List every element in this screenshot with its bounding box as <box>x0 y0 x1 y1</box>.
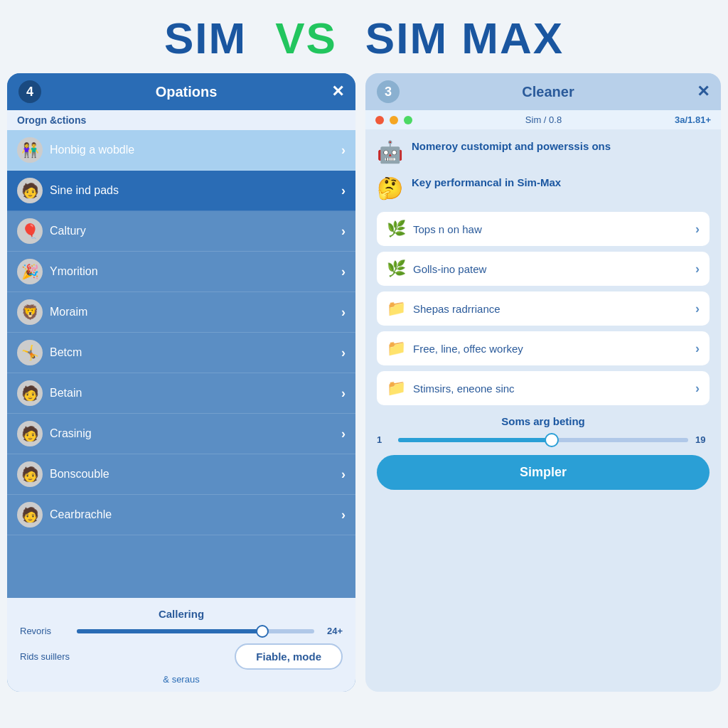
left-menu-item[interactable]: 🦁 Moraim › <box>7 292 355 333</box>
status-text: Sim / 0.8 <box>418 114 669 125</box>
menu-item-avatar: 🧑 <box>17 380 43 406</box>
menu-item-label: Caltury <box>50 225 334 237</box>
slider-thumb[interactable] <box>256 625 269 638</box>
feature1-text: Nomeroy customipt and powerssis ons <box>412 139 611 154</box>
simmax-label: SIM MAX <box>365 13 564 63</box>
left-panel-title: Opations <box>48 84 324 100</box>
menu-item-avatar: 🎈 <box>17 218 43 244</box>
slider-row: Revoris 24+ <box>20 626 343 636</box>
left-menu-item[interactable]: 🧑 Cearbrachle › <box>7 495 355 535</box>
right-menu-chevron: › <box>695 262 700 277</box>
menu-item-chevron: › <box>341 427 346 441</box>
right-slider-fill <box>398 438 557 442</box>
right-menu-item[interactable]: 🌿 Tops n on haw › <box>377 212 710 246</box>
right-menu-label: Stimsirs, eneone sinc <box>413 382 688 395</box>
right-menu-item[interactable]: 📁 Stimsirs, eneone sinc › <box>377 371 710 405</box>
menu-item-label: Sine ind pads <box>50 184 334 197</box>
left-menu-item[interactable]: 🧑 Bonscouble › <box>7 454 355 495</box>
menu-item-chevron: › <box>341 224 346 239</box>
right-status-bar: Sim / 0.8 3a/1.81+ <box>365 110 721 129</box>
menu-item-label: Betcm <box>50 346 334 359</box>
sim-label: SIM <box>164 13 247 63</box>
right-menu-chevron: › <box>695 222 700 237</box>
feature1-emoji: 🤖 <box>377 139 403 164</box>
right-menu-item[interactable]: 📁 Shepas radrriance › <box>377 291 710 326</box>
soms-label: Soms arg beting <box>377 415 710 427</box>
status-value: 3a/1.81+ <box>675 114 711 125</box>
menu-item-avatar: 🧑 <box>17 178 43 203</box>
slider-value: 24+ <box>321 626 343 636</box>
right-close-button[interactable]: ✕ <box>697 82 710 101</box>
menu-item-chevron: › <box>341 143 346 158</box>
menu-item-chevron: › <box>341 264 346 279</box>
menu-item-avatar: 🧑 <box>17 421 43 446</box>
menu-item-avatar: 👫 <box>17 137 43 163</box>
menu-item-label: Ymorition <box>50 265 334 278</box>
right-menu-icon: 🌿 <box>387 220 406 238</box>
menu-item-avatar: 🧑 <box>17 461 43 487</box>
menu-item-chevron: › <box>341 346 346 360</box>
right-panel-title: Cleaner <box>407 84 690 100</box>
menu-item-chevron: › <box>341 386 346 401</box>
right-menu-icon: 📁 <box>387 339 406 358</box>
bottom-controls-row: Rids suillers Fiable, mode <box>20 643 343 670</box>
menu-item-label: Bonscouble <box>50 468 334 481</box>
menu-item-label: Cearbrachle <box>50 508 334 521</box>
left-panel: 4 Opations ✕ Orogn &ctions 👫 Honbig a wo… <box>7 73 355 692</box>
fiable-button[interactable]: Fiable, mode <box>235 643 343 670</box>
left-titlebar: 4 Opations ✕ <box>7 73 355 110</box>
left-menu-item[interactable]: 🧑 Betain › <box>7 373 355 414</box>
menu-item-chevron: › <box>341 305 346 320</box>
right-slider-track[interactable] <box>398 438 688 442</box>
left-bottom: Callering Revoris 24+ Rids suillers Fiab… <box>7 598 355 692</box>
slider-label: Revoris <box>20 626 70 636</box>
seraus-link[interactable]: & seraus <box>20 674 343 685</box>
menu-item-label: Moraim <box>50 306 334 318</box>
menu-item-avatar: 🤸 <box>17 340 43 365</box>
panels: 4 Opations ✕ Orogn &ctions 👫 Honbig a wo… <box>0 73 728 692</box>
left-menu-item[interactable]: 🎈 Caltury › <box>7 211 355 252</box>
right-menu-item[interactable]: 📁 Free, line, offec workey › <box>377 331 710 365</box>
menu-item-label: Betain <box>50 387 334 400</box>
feature-block-1: 🤖 Nomeroy customipt and powerssis ons <box>377 139 710 164</box>
feature2-text: Key performancal in Sim-Max <box>412 176 561 190</box>
right-menu-list: 🌿 Tops n on haw › 🌿 Golls-ino patew › 📁 … <box>377 212 710 405</box>
menu-item-avatar: 🧑 <box>17 502 43 528</box>
right-menu-icon: 📁 <box>387 379 406 397</box>
menu-item-label: Honbig a wobdle <box>50 144 334 156</box>
left-badge: 4 <box>18 80 41 103</box>
feature2-emoji: 🤔 <box>377 176 403 200</box>
simpler-button[interactable]: Simpler <box>377 455 710 490</box>
menu-item-avatar: 🎉 <box>17 259 43 284</box>
right-menu-icon: 🌿 <box>387 259 406 278</box>
vs-label: VS <box>275 13 337 63</box>
right-slider-thumb[interactable] <box>545 433 559 447</box>
right-menu-label: Shepas radrriance <box>413 303 688 315</box>
dot-red <box>375 116 384 124</box>
left-menu-item[interactable]: 🤸 Betcm › <box>7 333 355 373</box>
left-menu-item[interactable]: 🎉 Ymorition › <box>7 252 355 292</box>
right-menu-chevron: › <box>695 301 700 316</box>
header: SIM VS SIM MAX <box>0 0 728 73</box>
right-menu-label: Free, line, offec workey <box>413 343 688 355</box>
slider-track[interactable] <box>77 629 314 633</box>
left-close-button[interactable]: ✕ <box>331 82 344 101</box>
left-menu-item[interactable]: 🧑 Crasinig › <box>7 414 355 454</box>
menu-item-chevron: › <box>341 183 346 198</box>
dot-orange <box>390 116 398 124</box>
right-titlebar: 3 Cleaner ✕ <box>365 73 721 110</box>
callering-label: Callering <box>20 608 343 620</box>
left-menu-item[interactable]: 👫 Honbig a wobdle › <box>7 130 355 171</box>
menu-item-chevron: › <box>341 508 346 523</box>
right-slider-row: 1 19 <box>377 434 710 445</box>
left-menu-item[interactable]: 🧑 Sine ind pads › <box>7 171 355 211</box>
slider-fill <box>77 629 267 633</box>
left-section-label: Orogn &ctions <box>7 110 355 130</box>
right-slider-max: 19 <box>695 434 710 445</box>
right-badge: 3 <box>377 80 400 103</box>
right-menu-item[interactable]: 🌿 Golls-ino patew › <box>377 252 710 286</box>
left-menu-list: 👫 Honbig a wobdle › 🧑 Sine ind pads › 🎈 … <box>7 130 355 598</box>
right-menu-chevron: › <box>695 381 700 396</box>
right-menu-chevron: › <box>695 341 700 356</box>
rids-label: Rids suillers <box>20 651 228 662</box>
